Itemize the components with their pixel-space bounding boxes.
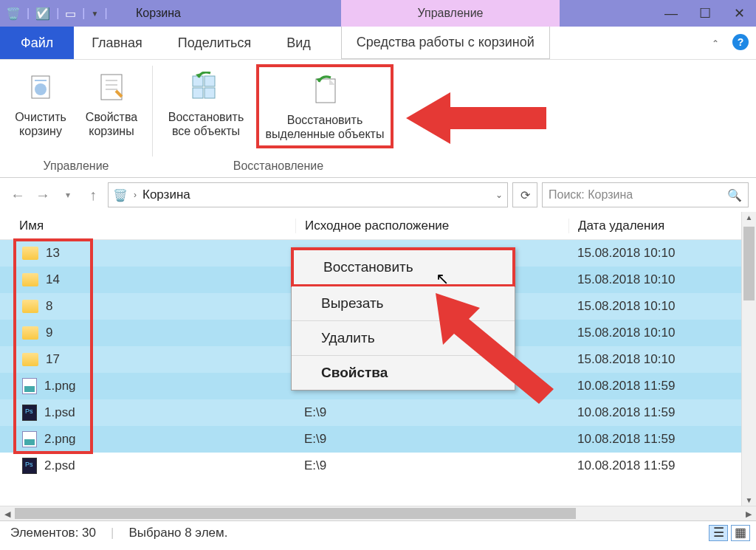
svg-rect-9 [205, 88, 215, 98]
ribbon-group-label: Управление [0, 159, 152, 173]
column-header-date[interactable]: Дата удаления [568, 219, 756, 233]
scrollbar-thumb[interactable] [743, 227, 755, 300]
folder-icon [22, 300, 38, 313]
table-row[interactable]: 2.pngE:\910.08.2018 11:59 [0, 426, 756, 453]
tab-home[interactable]: Главная [74, 27, 160, 59]
file-date: 15.08.2018 10:10 [568, 299, 756, 314]
ribbon-group-restore: Восстановитьвсе объекты Восстановитьвыде… [153, 60, 404, 177]
quick-access-toolbar: 🗑️ | ☑️ | ▭ | ▼ | [0, 7, 114, 21]
cursor-icon: ↖ [436, 269, 449, 289]
file-date: 10.08.2018 11:59 [568, 379, 756, 393]
chevron-down-icon[interactable]: ⌄ [495, 190, 503, 200]
file-date: 10.08.2018 11:59 [568, 458, 756, 473]
ribbon-group-label: Восстановление [153, 159, 404, 173]
search-input[interactable]: Поиск: Корзина 🔍 [542, 182, 749, 207]
file-location: E:\9 [295, 458, 568, 473]
label: Восстановить [287, 114, 362, 126]
minimize-button[interactable]: — [654, 0, 688, 27]
help-button[interactable]: ? [732, 34, 749, 50]
file-name: 8 [46, 299, 52, 314]
png-icon [22, 378, 37, 394]
history-dropdown[interactable]: ▾ [58, 185, 78, 205]
table-row[interactable]: 1.psdE:\910.08.2018 11:59 [0, 399, 756, 426]
properties-sheet-icon [94, 70, 129, 103]
label: Восстановить [168, 111, 244, 123]
tab-view[interactable]: Вид [269, 27, 329, 59]
svg-point-1 [35, 83, 47, 95]
forward-button[interactable]: → [32, 185, 53, 205]
column-header-name[interactable]: Имя [0, 219, 295, 233]
properties-qat-icon[interactable]: ☑️ [35, 7, 50, 21]
label: корзину [19, 125, 62, 137]
file-name: 2.png [44, 432, 76, 447]
tab-recycle-bin-tools[interactable]: Средства работы с корзиной [341, 27, 550, 59]
breadcrumb-location[interactable]: Корзина [142, 188, 190, 202]
statusbar: Элементов: 30 | Выбрано 8 элем. ☰ ▦ [0, 520, 756, 544]
file-name: 17 [46, 352, 60, 367]
annotation-arrow-icon [406, 85, 554, 151]
file-name: 9 [46, 326, 52, 340]
folder-icon [22, 326, 38, 340]
vertical-scrollbar[interactable]: ▲ ▼ [741, 212, 756, 506]
recycle-bin-icon: 🗑️ [113, 188, 128, 202]
maximize-button[interactable]: ☐ [688, 0, 722, 27]
psd-icon [22, 405, 37, 421]
file-name: 14 [46, 272, 60, 287]
svg-rect-6 [193, 76, 203, 86]
view-thumbnails-button[interactable]: ▦ [731, 525, 750, 541]
search-placeholder: Поиск: Корзина [549, 188, 633, 202]
tab-share[interactable]: Поделиться [160, 27, 269, 59]
table-row[interactable]: 2.psdE:\910.08.2018 11:59 [0, 453, 756, 479]
ribbon-group-manage: Очиститькорзину Свойствакорзины Управлен… [0, 60, 152, 177]
tab-file[interactable]: Файл [0, 27, 74, 59]
label: корзины [89, 125, 134, 137]
file-name: 2.psd [44, 458, 75, 473]
menubar: Файл Главная Поделиться Вид Средства раб… [0, 27, 756, 60]
restore-selected-button[interactable]: Восстановитьвыделенные объекты [256, 64, 394, 148]
view-details-button[interactable]: ☰ [709, 525, 728, 541]
horizontal-scrollbar[interactable]: ◀ ▶ [0, 506, 756, 520]
window-title: Корзина [136, 7, 181, 20]
ribbon-context-title: Управление [341, 0, 560, 27]
folder-icon [22, 247, 38, 260]
column-header-location[interactable]: Исходное расположение [295, 219, 568, 233]
back-button[interactable]: ← [7, 185, 28, 205]
ribbon: Очиститькорзину Свойствакорзины Управлен… [0, 60, 756, 178]
scroll-right-icon[interactable]: ▶ [741, 506, 756, 521]
up-button[interactable]: ↑ [83, 185, 103, 205]
empty-recycle-bin-button[interactable]: Очиститькорзину [7, 64, 74, 138]
file-date: 15.08.2018 10:10 [568, 272, 756, 287]
qat-icon[interactable]: ▭ [65, 7, 76, 21]
search-icon: 🔍 [727, 188, 742, 202]
svg-marker-14 [406, 92, 546, 144]
svg-marker-15 [436, 293, 554, 404]
collapse-ribbon-icon[interactable]: ⌃ [712, 38, 719, 49]
file-date: 15.08.2018 10:10 [568, 246, 756, 261]
context-menu-restore[interactable]: Восстановить [291, 247, 515, 287]
close-button[interactable]: ✕ [722, 0, 756, 27]
address-bar-row: ← → ▾ ↑ 🗑️ › Корзина ⌄ ⟳ Поиск: Корзина … [0, 178, 756, 212]
address-bar[interactable]: 🗑️ › Корзина ⌄ [108, 182, 508, 207]
label: Очистить [15, 111, 66, 123]
annotation-arrow-icon [428, 286, 576, 404]
refresh-button[interactable]: ⟳ [512, 182, 537, 207]
file-location: E:\9 [295, 405, 568, 420]
recycle-bin-icon[interactable]: 🗑️ [6, 7, 21, 21]
svg-rect-7 [205, 76, 215, 86]
png-icon [22, 431, 37, 447]
scroll-left-icon[interactable]: ◀ [0, 506, 15, 521]
recycle-bin-properties-button[interactable]: Свойствакорзины [78, 64, 145, 138]
label: все объекты [172, 125, 240, 137]
scrollbar-thumb[interactable] [15, 508, 576, 519]
restore-all-button[interactable]: Восстановитьвсе объекты [160, 64, 252, 138]
recycle-bin-empty-icon [23, 70, 58, 103]
status-item-count: Элементов: 30 [10, 526, 96, 540]
file-date: 10.08.2018 11:59 [568, 432, 756, 447]
file-name: 13 [46, 246, 60, 261]
qat-dropdown-icon[interactable]: ▼ [91, 10, 98, 18]
file-name: 1.png [44, 379, 76, 393]
file-location: E:\9 [295, 432, 568, 447]
file-date: 15.08.2018 10:10 [568, 352, 756, 367]
psd-icon [22, 458, 37, 474]
chevron-right-icon: › [134, 190, 137, 200]
